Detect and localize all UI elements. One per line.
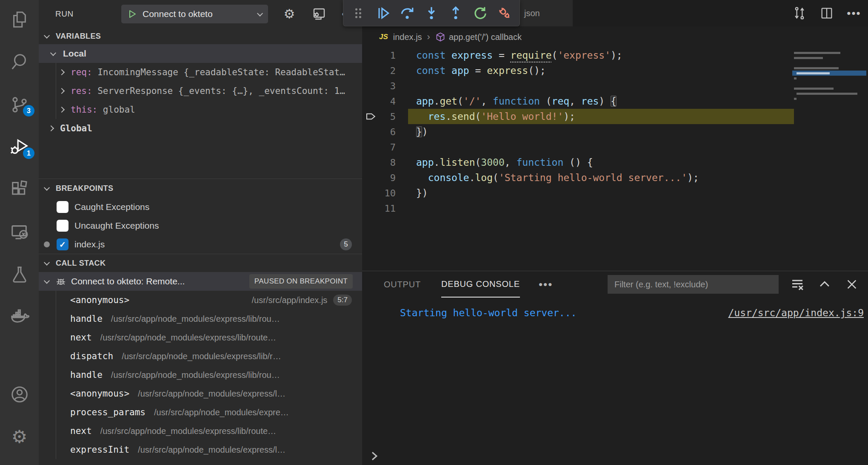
clear-console-icon[interactable] bbox=[789, 276, 806, 293]
chevron-right-icon bbox=[59, 69, 65, 75]
stack-frame-row[interactable]: dispatch /usr/src/app/node_modules/expre… bbox=[39, 347, 362, 366]
close-panel-icon[interactable] bbox=[843, 276, 860, 293]
remote-explorer-icon bbox=[10, 222, 29, 242]
minimap-line bbox=[792, 81, 866, 86]
breakpoint-row[interactable]: Uncaught Exceptions bbox=[39, 216, 362, 235]
gear-icon[interactable]: ⚙ bbox=[281, 6, 298, 23]
line-number[interactable]: 3 bbox=[362, 81, 396, 91]
scope-global-row[interactable]: Global bbox=[39, 119, 362, 138]
variables-section-header[interactable]: VARIABLES bbox=[39, 28, 362, 44]
stack-frame-row[interactable]: next /usr/src/app/node_modules/express/l… bbox=[39, 328, 362, 347]
code-line-11[interactable]: 11 bbox=[362, 201, 868, 216]
code-line-5[interactable]: 5 res.send('Hello world!'); bbox=[362, 109, 868, 124]
breakpoint-row[interactable]: Caught Exceptions bbox=[39, 198, 362, 216]
breadcrumb: JS index.js › app.get('/') callback bbox=[362, 26, 868, 48]
breakpoints-section-header[interactable]: BREAKPOINTS bbox=[39, 179, 362, 198]
split-editor-icon[interactable] bbox=[819, 5, 835, 21]
breadcrumb-symbol[interactable]: app.get('/') callback bbox=[449, 32, 522, 42]
line-number[interactable]: 2 bbox=[362, 65, 396, 76]
breadcrumb-file[interactable]: index.js bbox=[393, 32, 422, 42]
stack-frame-row[interactable]: <anonymous> /usr/src/app/node_modules/ex… bbox=[39, 384, 362, 403]
drag-grip-icon[interactable] bbox=[349, 4, 368, 23]
minimap-line bbox=[792, 65, 866, 71]
debug-toolbar bbox=[343, 0, 520, 26]
line-number[interactable]: 8 bbox=[362, 157, 396, 168]
code-line-9[interactable]: 9 console.log('Starting hello-world serv… bbox=[362, 170, 868, 185]
activity-item-docker[interactable] bbox=[0, 303, 39, 332]
code-line-8[interactable]: 8app.listen(3000, function () { bbox=[362, 155, 868, 170]
activity-item-source-control[interactable]: 3 bbox=[0, 90, 39, 119]
stack-frame-row[interactable]: expressInit /usr/src/app/node_modules/ex… bbox=[39, 440, 362, 459]
code-line-6[interactable]: 6}) bbox=[362, 124, 868, 139]
line-number[interactable]: 6 bbox=[362, 127, 396, 137]
more-actions-icon[interactable]: ••• bbox=[539, 278, 553, 291]
call-stack-frames: <anonymous> /usr/src/app/index.js5:7hand… bbox=[39, 291, 362, 459]
more-actions-icon[interactable]: ••• bbox=[846, 5, 862, 21]
line-number[interactable]: 1 bbox=[362, 50, 396, 61]
tab-json[interactable]: json bbox=[520, 0, 573, 26]
tab-debug-console[interactable]: DEBUG CONSOLE bbox=[441, 271, 520, 298]
minimap-line bbox=[792, 91, 866, 96]
activity-item-settings[interactable]: ⚙ bbox=[0, 422, 39, 451]
tab-output[interactable]: OUTPUT bbox=[384, 271, 421, 298]
activity-item-search[interactable] bbox=[0, 48, 39, 77]
breakpoint-checkbox[interactable] bbox=[57, 201, 69, 213]
maximize-panel-icon[interactable] bbox=[816, 276, 833, 293]
chevron-down-icon bbox=[44, 185, 50, 191]
activity-item-run-and-debug[interactable]: 1 bbox=[0, 133, 39, 162]
activity-badge: 3 bbox=[23, 105, 34, 116]
line-number[interactable]: 4 bbox=[362, 96, 396, 107]
sidebar-header: RUN Connect to okteto ⚙ ••• bbox=[39, 0, 362, 28]
breakpoint-checkbox[interactable]: ✓ bbox=[57, 238, 69, 250]
code-line-10[interactable]: 10}) bbox=[362, 185, 868, 201]
breakpoint-checkbox[interactable] bbox=[57, 220, 69, 232]
minimap[interactable] bbox=[792, 50, 866, 106]
variable-row-this[interactable]: this: global bbox=[39, 100, 362, 119]
chevron-down-icon bbox=[44, 33, 50, 39]
repl-prompt-icon[interactable] bbox=[368, 450, 381, 464]
stack-frame-row[interactable]: <anonymous> /usr/src/app/index.js5:7 bbox=[39, 291, 362, 309]
stack-frame-row[interactable]: process_params /usr/src/app/node_modules… bbox=[39, 403, 362, 422]
sidebar-title: RUN bbox=[55, 9, 121, 19]
stack-frame-row[interactable]: next /usr/src/app/node_modules/express/l… bbox=[39, 422, 362, 440]
minimap-line bbox=[792, 86, 866, 91]
step-out-button[interactable] bbox=[446, 4, 465, 23]
vscode-window: 31⚙ RUN Connect to okteto ⚙ ••• VARIABLE… bbox=[0, 0, 868, 465]
call-stack-section-header[interactable]: CALL STACK bbox=[39, 254, 362, 272]
breakpoint-row[interactable]: ✓ index.js5 bbox=[39, 235, 362, 254]
debug-session-row[interactable]: Connect to okteto: Remote... PAUSED ON B… bbox=[39, 272, 362, 291]
code-line-7[interactable]: 7 bbox=[362, 139, 868, 155]
activity-item-extensions[interactable] bbox=[0, 175, 39, 204]
scope-local-row[interactable]: Local bbox=[39, 44, 362, 63]
line-number[interactable]: 11 bbox=[362, 203, 396, 214]
chevron-down-icon bbox=[50, 50, 56, 56]
stack-frame-row[interactable]: handle /usr/src/app/node_modules/express… bbox=[39, 366, 362, 384]
line-number[interactable]: 7 bbox=[362, 142, 396, 153]
activity-item-accounts[interactable] bbox=[0, 380, 39, 409]
launch-config-label: Connect to okteto bbox=[143, 9, 258, 19]
variable-row-req[interactable]: req: IncomingMessage {_readableState: Re… bbox=[39, 63, 362, 82]
minimap-line bbox=[792, 76, 866, 81]
stack-frame-row[interactable]: handle /usr/src/app/node_modules/express… bbox=[39, 309, 362, 328]
launch-config-select[interactable]: Connect to okteto bbox=[121, 5, 268, 23]
console-source-link[interactable]: /usr/src/app/index.js:9 bbox=[728, 307, 864, 318]
disconnect-button[interactable] bbox=[495, 4, 514, 23]
open-changes-icon[interactable] bbox=[791, 5, 808, 21]
step-into-button[interactable] bbox=[422, 4, 441, 23]
minimap-line bbox=[792, 71, 866, 76]
step-over-button[interactable] bbox=[398, 4, 417, 23]
line-number[interactable]: 9 bbox=[362, 173, 396, 183]
bottom-panel: OUTPUT DEBUG CONSOLE ••• Starting hello-… bbox=[362, 271, 868, 465]
line-number[interactable]: 10 bbox=[362, 188, 396, 198]
activity-item-explorer[interactable] bbox=[0, 5, 39, 34]
minimap-line bbox=[792, 60, 866, 65]
console-filter-input[interactable] bbox=[608, 275, 779, 294]
activity-item-remote-explorer[interactable] bbox=[0, 218, 39, 247]
console-message: Starting hello-world server... bbox=[400, 307, 577, 318]
continue-button[interactable] bbox=[374, 4, 392, 23]
restart-button[interactable] bbox=[471, 4, 490, 23]
activity-item-testing[interactable] bbox=[0, 260, 39, 289]
open-debug-console-icon[interactable] bbox=[311, 6, 328, 23]
activity-bar: 31⚙ bbox=[0, 0, 39, 465]
variable-row-res[interactable]: res: ServerResponse {_events: {…}, _even… bbox=[39, 82, 362, 100]
